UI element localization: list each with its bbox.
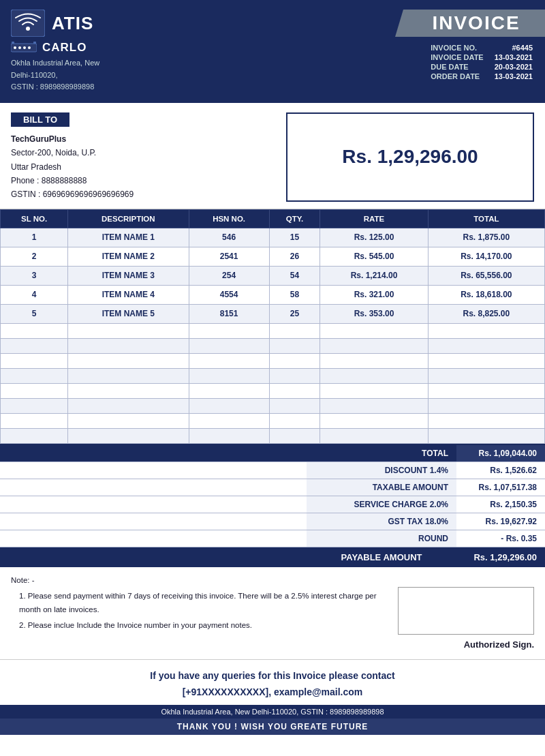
note-line1: 1. Please send payment within 7 days of …	[19, 590, 384, 616]
wifi-icon	[11, 10, 45, 37]
sub-company-name: CARLO	[42, 41, 87, 55]
bill-to-section: BILL TO TechGuruPlus Sector-200, Noida, …	[0, 103, 545, 209]
taxable-value: Rs. 1,07,517.38	[456, 479, 545, 496]
cell-total: Rs. 8,825.00	[428, 304, 544, 323]
inv-label-3: ORDER DATE	[431, 72, 483, 80]
footer-thank-you: THANK YOU ! WISH YOU GREATE FUTURE	[0, 719, 545, 735]
cell-desc: ITEM NAME 1	[68, 228, 189, 247]
svg-point-5	[23, 46, 26, 49]
empty-row	[1, 368, 545, 383]
table-row: 3 ITEM NAME 3 254 54 Rs. 1,214.00 Rs. 65…	[1, 266, 545, 285]
service-value: Rs. 2,150.35	[456, 496, 545, 513]
cell-rate: Rs. 1,214.00	[320, 266, 428, 285]
footer-address: Okhla Industrial Area, New Delhi-110020,…	[0, 705, 545, 719]
taxable-row: TAXABLE AMOUNT Rs. 1,07,517.38	[0, 479, 545, 496]
items-table: SL NO. DESCRIPTION HSN NO. QTY. RATE TOT…	[0, 209, 545, 444]
notes-section: Note: - 1. Please send payment within 7 …	[0, 567, 545, 660]
total-row: TOTAL Rs. 1,09,044.00	[0, 445, 545, 462]
empty-row	[1, 383, 545, 398]
bill-to-label: BILL TO	[11, 112, 69, 127]
service-row: SERVICE CHARGE 2.0% Rs. 2,150.35	[0, 496, 545, 513]
empty-row	[1, 353, 545, 368]
company-address: Okhla Industrial Area, New Delhi-110020,…	[11, 57, 289, 93]
total-label: TOTAL	[375, 445, 456, 462]
table-row: 4 ITEM NAME 4 4554 58 Rs. 321.00 Rs. 18,…	[1, 285, 545, 304]
discount-label: DISCOUNT 1.4%	[307, 462, 456, 479]
cell-total: Rs. 65,556.00	[428, 266, 544, 285]
svg-point-4	[18, 46, 21, 49]
notes-inner: 1. Please send payment within 7 days of …	[11, 587, 534, 652]
table-body: 1 ITEM NAME 1 546 15 Rs. 125.00 Rs. 1,87…	[1, 228, 545, 443]
modem-icon	[11, 42, 37, 54]
empty-row	[1, 323, 545, 338]
invoice-header-right: INVOICE INVOICE NO. #6445 INVOICE DATE 1…	[300, 0, 545, 103]
table-header: SL NO. DESCRIPTION HSN NO. QTY. RATE TOT…	[1, 209, 545, 228]
inv-value-3: 13-03-2021	[495, 72, 533, 80]
totals-section: TOTAL Rs. 1,09,044.00 DISCOUNT 1.4% Rs. …	[0, 444, 545, 567]
note-line2: 2. Please inclue Include the Invoice num…	[19, 619, 384, 633]
summary-rows: DISCOUNT 1.4% Rs. 1,526.62 TAXABLE AMOUN…	[0, 462, 545, 547]
service-label: SERVICE CHARGE 2.0%	[307, 496, 456, 513]
cell-total: Rs. 1,875.00	[428, 228, 544, 247]
col-desc: DESCRIPTION	[68, 209, 189, 228]
col-total: TOTAL	[428, 209, 544, 228]
footer-contact: If you have any queries for this Invoice…	[0, 659, 545, 705]
inv-label-2: DUE DATE	[431, 63, 483, 71]
inv-value-2: 20-03-2021	[495, 63, 533, 71]
empty-row	[1, 398, 545, 413]
table-row: 1 ITEM NAME 1 546 15 Rs. 125.00 Rs. 1,87…	[1, 228, 545, 247]
cell-total: Rs. 14,170.00	[428, 247, 544, 266]
payable-row: PAYABLE AMOUNT Rs. 1,29,296.00	[0, 547, 545, 567]
cell-sl: 4	[1, 285, 68, 304]
cell-hsn: 8151	[189, 304, 269, 323]
cell-qty: 58	[269, 285, 320, 304]
footer-contact-line2: [+91XXXXXXXXXX], example@mail.com	[7, 684, 538, 701]
notes-text: 1. Please send payment within 7 days of …	[11, 587, 384, 652]
cell-sl: 1	[1, 228, 68, 247]
inv-label-1: INVOICE DATE	[431, 53, 483, 61]
cell-rate: Rs. 353.00	[320, 304, 428, 323]
authorized-sign: Authorized Sign.	[464, 637, 534, 652]
cell-total: Rs. 18,618.00	[428, 285, 544, 304]
cell-qty: 26	[269, 247, 320, 266]
discount-row: DISCOUNT 1.4% Rs. 1,526.62	[0, 462, 545, 479]
cell-qty: 54	[269, 266, 320, 285]
bill-info: TechGuruPlus Sector-200, Noida, U.P. Utt…	[11, 132, 272, 202]
discount-value: Rs. 1,526.62	[456, 462, 545, 479]
cell-desc: ITEM NAME 3	[68, 266, 189, 285]
gst-row: GST TAX 18.0% Rs. 19,627.92	[0, 513, 545, 530]
cell-hsn: 4554	[189, 285, 269, 304]
col-qty: QTY.	[269, 209, 320, 228]
cell-hsn: 254	[189, 266, 269, 285]
round-row: ROUND - Rs. 0.35	[0, 530, 545, 547]
invoice-details: INVOICE NO. #6445 INVOICE DATE 13-03-202…	[431, 44, 533, 80]
cell-desc: ITEM NAME 5	[68, 304, 189, 323]
company-name: ATIS	[52, 13, 93, 34]
empty-row	[1, 413, 545, 428]
cell-sl: 3	[1, 266, 68, 285]
gst-value: Rs. 19,627.92	[456, 513, 545, 530]
inv-value-0: #6445	[495, 44, 533, 52]
footer-contact-line1: If you have any queries for this Invoice…	[7, 668, 538, 684]
svg-point-1	[26, 27, 30, 31]
payable-value: Rs. 1,29,296.00	[456, 547, 545, 567]
cell-sl: 5	[1, 304, 68, 323]
signature-box	[398, 587, 534, 635]
table-row: 5 ITEM NAME 5 8151 25 Rs. 353.00 Rs. 8,8…	[1, 304, 545, 323]
payable-label: PAYABLE AMOUNT	[307, 547, 456, 567]
col-rate: RATE	[320, 209, 428, 228]
col-sl: SL NO.	[1, 209, 68, 228]
taxable-label: TAXABLE AMOUNT	[307, 479, 456, 496]
inv-value-1: 13-03-2021	[495, 53, 533, 61]
empty-row	[1, 338, 545, 353]
inv-label-0: INVOICE NO.	[431, 44, 483, 52]
svg-point-3	[14, 46, 16, 49]
company-info: ATIS CARLO Okhla Industrial Area, New De…	[0, 0, 300, 103]
cell-hsn: 546	[189, 228, 269, 247]
items-table-section: SL NO. DESCRIPTION HSN NO. QTY. RATE TOT…	[0, 209, 545, 444]
header: ATIS CARLO Okhla Industrial Area, New De…	[0, 0, 545, 103]
cell-qty: 15	[269, 228, 320, 247]
cell-rate: Rs. 321.00	[320, 285, 428, 304]
bill-to-info: BILL TO TechGuruPlus Sector-200, Noida, …	[11, 112, 272, 202]
col-hsn: HSN NO.	[189, 209, 269, 228]
